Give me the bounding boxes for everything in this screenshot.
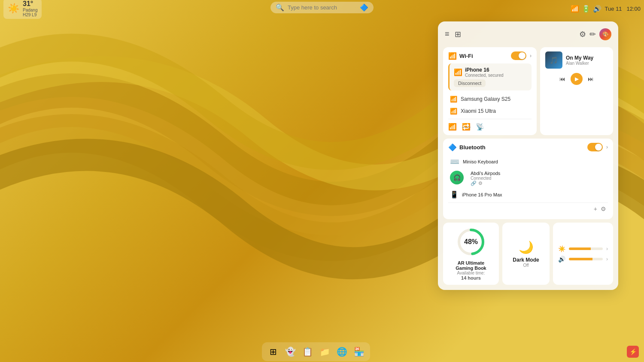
taskbar-edge-button[interactable]: 🌐: [334, 344, 349, 359]
airpods-info: Abdi's Airpods Connected 🔗 ⚙: [471, 171, 606, 186]
taskbar-windows-button[interactable]: ⊞: [265, 344, 281, 359]
search-bar[interactable]: 🔍 🔷: [270, 2, 374, 13]
topbar: ☀️ 31° Padang H29 L9 🔍 🔷 📶 🔋 🔊 Tue 11 12…: [0, 0, 644, 17]
taskbar-phantom-button[interactable]: 👻: [283, 344, 298, 359]
panel-bottom-row: 48% AR Ultimate Gaming Book Available ti…: [443, 223, 613, 285]
airpods-settings-icon[interactable]: ⚙: [478, 181, 483, 186]
wifi-network-icon-2: 📶: [450, 108, 457, 115]
wifi-toggle[interactable]: [511, 51, 526, 60]
wifi-toggle-knob: [519, 52, 526, 59]
system-tray-button[interactable]: ⚡: [627, 346, 639, 358]
wifi-network-item-xiaomi[interactable]: 📶 Xiaomi 15 Ultra: [448, 105, 532, 117]
clipboard-icon: 📋: [302, 347, 313, 357]
volume-chevron[interactable]: ›: [606, 256, 608, 262]
volume-slider[interactable]: [569, 258, 603, 260]
wifi-bottom-cast-icon[interactable]: 📡: [476, 123, 484, 131]
volume-slider-row: 🔊 ›: [558, 256, 608, 262]
bt-toggle-knob: [595, 144, 602, 151]
weather-temp: 31°: [23, 0, 37, 8]
sliders-card: ☀️ › 🔊 ›: [553, 223, 613, 285]
taskbar-center: ⊞ 👻 📋 📁 🌐 🏪: [262, 342, 370, 361]
network-name-xiaomi: Xiaomi 15 Ultra: [461, 108, 496, 114]
airpods-icon: 🎧: [450, 171, 464, 184]
panel-bluetooth-row: 🔷 Bluetooth › ⌨️ Miniso Keyboard: [443, 139, 613, 219]
wifi-label: Wi-Fi: [459, 53, 473, 59]
iphone-icon: 📱: [450, 190, 459, 199]
bt-device-keyboard[interactable]: ⌨️ Miniso Keyboard: [448, 155, 608, 169]
bt-add-plus-icon[interactable]: +: [594, 205, 597, 212]
taskbar: ⊞ 👻 📋 📁 🌐 🏪 ⚡: [0, 341, 644, 362]
weather-info: 31° Padang H29 L9: [23, 0, 37, 17]
darkmode-moon-icon: 🌙: [519, 240, 534, 254]
bt-toggle-row: ›: [587, 143, 608, 151]
battery-percent: 48%: [464, 238, 478, 246]
user-avatar[interactable]: 🎨: [599, 28, 611, 40]
bt-add-settings-icon[interactable]: ⚙: [601, 205, 606, 212]
panel-header-left: ≡ ⊞: [445, 30, 461, 39]
taskbar-clipboard-button[interactable]: 📋: [300, 344, 315, 359]
iphone-name: iPhone 16 Pro Max: [462, 192, 606, 197]
battery-circle: 48%: [456, 227, 486, 257]
wifi-toggle-row: ›: [511, 51, 532, 60]
wifi-connected-details: iPhone 16 Connected, secured: [465, 67, 504, 78]
wifi-network-item-samsung[interactable]: 📶 Samsung Galaxy S25: [448, 93, 532, 105]
music-card: 🎵 On My Way Alan Walker ⏮ ▶ ⏭: [540, 47, 613, 135]
panel-header-right: ⚙ ✏ 🎨: [579, 28, 611, 40]
airpods-link-icon[interactable]: 🔗: [471, 181, 477, 186]
wifi-bottom-icons: 📶 🔁 📡: [448, 119, 532, 131]
search-input[interactable]: [288, 4, 356, 11]
keyboard-name: Miniso Keyboard: [463, 159, 606, 164]
system-tray-icons: 📶 🔋 🔊: [571, 5, 601, 13]
brightness-icon: ☀️: [558, 245, 565, 252]
disconnect-button[interactable]: Disconnect: [454, 79, 486, 87]
battery-card: 48% AR Ultimate Gaming Book Available ti…: [443, 223, 499, 285]
taskbar-files-button[interactable]: 📁: [317, 344, 332, 359]
bt-chevron-icon[interactable]: ›: [606, 144, 608, 150]
datetime-display[interactable]: Tue 11 12:00: [605, 6, 641, 12]
panel-grid-icon[interactable]: ⊞: [455, 30, 461, 39]
volume-icon: 🔊: [558, 256, 565, 262]
quick-settings-panel: ≡ ⊞ ⚙ ✏ 🎨 📶 Wi-Fi ›: [438, 21, 618, 290]
music-next-button[interactable]: ⏭: [588, 75, 594, 82]
music-prev-button[interactable]: ⏮: [559, 75, 565, 82]
wifi-tray-icon[interactable]: 📶: [571, 5, 579, 13]
wifi-bottom-hotspot-icon[interactable]: 🔁: [462, 123, 471, 131]
taskbar-store-button[interactable]: 🏪: [351, 344, 367, 359]
bt-add-row: + ⚙: [448, 202, 608, 215]
panel-sliders-icon[interactable]: ≡: [445, 30, 450, 39]
edge-icon: 🌐: [337, 347, 347, 357]
darkmode-card[interactable]: 🌙 Dark Mode Off: [502, 223, 550, 285]
music-controls: ⏮ ▶ ⏭: [545, 73, 608, 85]
wifi-chevron-icon[interactable]: ›: [530, 53, 532, 59]
bt-device-iphone[interactable]: 📱 iPhone 16 Pro Max: [448, 188, 608, 201]
wifi-bottom-wifi-icon[interactable]: 📶: [448, 123, 457, 131]
wifi-connected-icon: 📶: [454, 68, 462, 76]
airpods-status: Connected: [471, 176, 606, 181]
search-icon: 🔍: [276, 3, 284, 12]
airpods-name: Abdi's Airpods: [471, 171, 606, 176]
brightness-slider[interactable]: [569, 247, 603, 250]
weather-location: Padang H29 L9: [23, 8, 37, 17]
panel-settings-icon[interactable]: ⚙: [579, 30, 586, 39]
music-card-top: 🎵 On My Way Alan Walker: [545, 51, 608, 69]
weather-widget[interactable]: ☀️ 31° Padang H29 L9: [3, 0, 42, 19]
battery-time-value: 14 hours: [461, 275, 481, 281]
bt-device-airpods[interactable]: 🎧 Abdi's Airpods Connected 🔗 ⚙: [448, 169, 608, 188]
music-play-button[interactable]: ▶: [571, 73, 583, 85]
bt-title-row: 🔷 Bluetooth: [448, 143, 486, 151]
brightness-chevron[interactable]: ›: [606, 246, 608, 252]
panel-header: ≡ ⊞ ⚙ ✏ 🎨: [443, 27, 613, 44]
brightness-slider-row: ☀️ ›: [558, 245, 608, 252]
panel-edit-icon[interactable]: ✏: [589, 30, 596, 39]
airpods-actions: 🔗 ⚙: [471, 181, 606, 186]
bt-header: 🔷 Bluetooth ›: [448, 143, 608, 151]
keyboard-info: Miniso Keyboard: [463, 159, 606, 164]
volume-tray-icon[interactable]: 🔊: [593, 5, 601, 13]
bt-add-icons: + ⚙: [594, 205, 606, 212]
bluetooth-label: Bluetooth: [459, 144, 486, 151]
bluetooth-toggle[interactable]: [587, 143, 603, 151]
battery-tray-icon[interactable]: 🔋: [582, 5, 590, 13]
network-name-samsung: Samsung Galaxy S25: [461, 96, 510, 102]
iphone-info: iPhone 16 Pro Max: [462, 192, 606, 197]
wifi-card: 📶 Wi-Fi › 📶 iPhone 16 Connected, secured: [443, 47, 537, 135]
